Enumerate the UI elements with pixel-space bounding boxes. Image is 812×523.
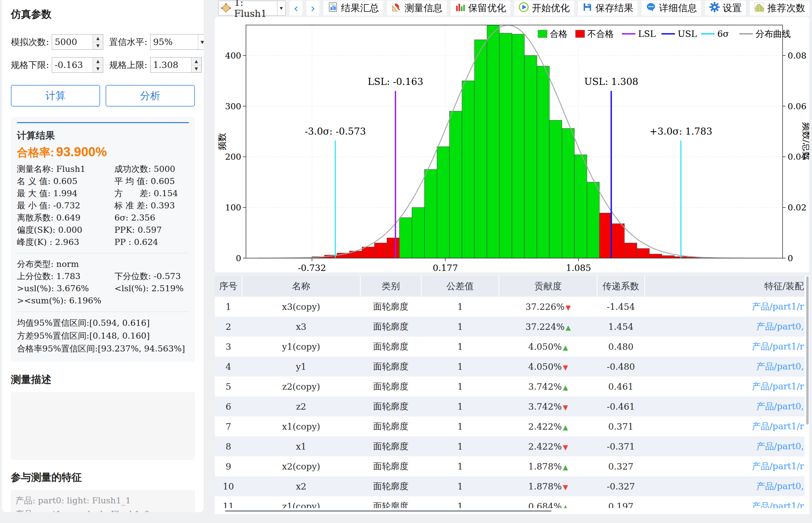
table-row[interactable]: 7x1(copy)面轮廓度12.422%▲0.371产品/part1/r xyxy=(215,416,805,436)
column-header[interactable]: 特征/装配 xyxy=(645,276,805,297)
spinner-down-icon[interactable]: ▼ xyxy=(93,42,103,50)
svg-text:LSL: -0.163: LSL: -0.163 xyxy=(368,76,423,87)
cell-feature-link[interactable]: 产品/part1/r xyxy=(645,377,805,396)
table-row[interactable]: 4y1面轮廓度14.050%▼-0.480产品/part0, xyxy=(215,357,805,377)
spinner-input[interactable]: -0.163▲▼ xyxy=(52,57,103,73)
cell-feature-link[interactable]: 产品/part1/r xyxy=(645,337,805,357)
cell-category: 面轮廓度 xyxy=(360,476,421,496)
table-row[interactable]: 8x1面轮廓度12.422%▼-0.371产品/part0, xyxy=(215,436,805,456)
toolbar-button-7[interactable]: 设置 xyxy=(705,1,746,16)
table-row[interactable]: 3y1(copy)面轮廓度14.050%▲0.480产品/part1/r xyxy=(215,337,805,357)
table-row[interactable]: 9x2(copy)面轮廓度11.878%▲0.327产品/part1/r xyxy=(215,456,805,476)
svg-text:-0.732: -0.732 xyxy=(298,263,326,272)
contribution-value: 3.742% xyxy=(528,382,562,392)
toolbar-button-label: 保留优化 xyxy=(468,2,506,15)
spinner-up-icon[interactable]: ▲ xyxy=(93,57,103,65)
column-header[interactable]: 类别 xyxy=(360,276,421,297)
trend-down-icon: ▼ xyxy=(563,443,568,451)
svg-text:LSL: LSL xyxy=(638,29,656,39)
spinner-down-icon[interactable]: ▼ xyxy=(93,65,103,73)
column-header[interactable]: 公差值 xyxy=(421,276,499,297)
cell-coefficient: 1.454 xyxy=(597,317,645,337)
divider xyxy=(17,311,189,312)
toolbar-button-8[interactable]: 推荐次数 xyxy=(750,1,809,16)
cell-feature-link[interactable]: 产品/part0, xyxy=(645,476,805,496)
cell-feature-link[interactable]: 产品/part0, xyxy=(645,317,805,337)
table-row[interactable]: 6z2面轮廓度13.742%▼-0.461产品/part0, xyxy=(215,396,805,416)
toolbar-button-3[interactable]: 保留优化 xyxy=(451,1,510,16)
cell-feature-link[interactable]: 产品/part0, xyxy=(645,357,805,377)
field-value[interactable]: 1.308 xyxy=(150,57,191,72)
field-value[interactable]: -0.163 xyxy=(52,57,93,72)
toolbar-button-6[interactable]: 详细信息 xyxy=(642,1,701,16)
chevron-down-icon: ▼ xyxy=(198,35,204,49)
column-header[interactable]: 贡献度 xyxy=(499,276,597,297)
dist-line-left: ><sum(%): 6.196% xyxy=(17,295,114,307)
scrollbar-thumb[interactable] xyxy=(806,276,809,425)
toolbar-button-4[interactable]: 开始优化 xyxy=(514,1,574,16)
trend-down-icon: ▼ xyxy=(566,304,571,311)
cell-feature-link[interactable]: 产品/part0, xyxy=(645,436,805,456)
cell-feature-link[interactable]: 产品/part1/r xyxy=(645,456,805,476)
spinner-buttons: ▲▼ xyxy=(93,35,103,49)
cell-feature-link[interactable]: 产品/part1/r xyxy=(645,416,805,436)
trend-down-icon: ▼ xyxy=(563,363,568,372)
svg-text:不合格: 不合格 xyxy=(587,29,614,39)
stat-line-right: 成功次数: 5000 xyxy=(114,163,189,175)
divider xyxy=(17,253,189,253)
toolbar: 1: Flush1 ▼ ‹ › 结果汇总测量信息保留优化开始优化保存结果详细信息… xyxy=(218,1,809,16)
select-input[interactable]: 95%▼ xyxy=(150,34,204,50)
field-label: 置信水平: xyxy=(109,36,147,48)
next-button[interactable]: › xyxy=(307,1,319,16)
cell-contribution: 2.422%▲ xyxy=(499,416,597,436)
spinner-buttons: ▲▼ xyxy=(191,57,201,72)
column-header[interactable]: 传递系数 xyxy=(597,276,645,297)
cell-no: 4 xyxy=(215,357,242,377)
cell-feature-link[interactable]: 产品/part0, xyxy=(645,396,805,416)
measure-desc-box[interactable] xyxy=(11,392,195,460)
table-row[interactable]: 5z2(copy)面轮廓度13.742%▲0.461产品/part1/r xyxy=(215,377,805,396)
svg-text:-3.0σ: -0.573: -3.0σ: -0.573 xyxy=(305,126,366,137)
stat-line-left: 名 义 值: 0.605 xyxy=(17,175,114,187)
toolbar-button-1[interactable]: 结果汇总 xyxy=(323,1,383,16)
results-card: 计算结果 合格率:93.900% 测量名称: Flush1成功次数: 5000名… xyxy=(11,117,195,362)
dist-line: ><sum(%): 6.196% xyxy=(17,295,189,307)
dist-line: 分布类型: norm xyxy=(17,258,189,270)
column-header[interactable]: 序号 xyxy=(215,276,242,297)
spinner-input[interactable]: 1.308▲▼ xyxy=(150,57,202,73)
field-label: 规格下限: xyxy=(11,59,49,71)
measurement-selector-label: 1: Flush1 xyxy=(233,1,277,15)
table-row[interactable]: 10x2面轮廓度11.878%▼-0.327产品/part0, xyxy=(215,476,805,496)
spinner-up-icon[interactable]: ▲ xyxy=(192,57,201,65)
toolbar-button-2[interactable]: 测量信息 xyxy=(387,1,447,16)
cell-feature-link[interactable]: 产品/part1/r xyxy=(645,297,805,317)
scrollbar-thumb[interactable] xyxy=(225,510,552,512)
histogram-chart: -3.0σ: -0.573+3.0σ: 1.783LSL: -0.163USL:… xyxy=(215,17,809,272)
field-value[interactable]: 95% xyxy=(150,35,198,49)
cell-category: 面轮廓度 xyxy=(360,416,421,436)
dist-line-right xyxy=(114,295,189,307)
measure-desc-title: 测量描述 xyxy=(11,373,195,387)
spinner-input[interactable]: 5000▲▼ xyxy=(52,34,103,50)
spinner-down-icon[interactable]: ▼ xyxy=(192,65,201,73)
spinner-up-icon[interactable]: ▲ xyxy=(93,35,103,42)
measurement-selector[interactable]: 1: Flush1 ▼ xyxy=(218,1,286,16)
toolbar-button-5[interactable]: 保存结果 xyxy=(578,1,637,16)
contribution-value: 1.878% xyxy=(528,481,562,491)
cell-category: 面轮廓度 xyxy=(360,317,421,337)
analyze-button[interactable]: 分析 xyxy=(106,85,195,107)
stat-line-right: 6σ: 2.356 xyxy=(114,212,189,224)
table-horizontal-scrollbar[interactable] xyxy=(215,508,805,514)
column-header[interactable]: 名称 xyxy=(242,276,360,297)
table-row[interactable]: 2x3面轮廓度137.224%▲1.454产品/part0, xyxy=(215,317,805,337)
pass-rate-value: 93.900% xyxy=(56,145,107,159)
table-vertical-scrollbar[interactable] xyxy=(806,276,809,513)
field-value[interactable]: 5000 xyxy=(52,35,93,49)
calculate-button[interactable]: 计算 xyxy=(11,85,100,107)
trend-up-icon: ▲ xyxy=(563,423,568,431)
table-row[interactable]: 1x3(copy)面轮廓度137.226%▼-1.454产品/part1/r xyxy=(215,297,805,317)
contribution-value: 2.422% xyxy=(528,441,562,452)
prev-button[interactable]: ‹ xyxy=(290,1,303,16)
cell-category: 面轮廓度 xyxy=(360,456,421,476)
stat-line: 最 大 值: 1.994方 差: 0.154 xyxy=(17,187,189,200)
